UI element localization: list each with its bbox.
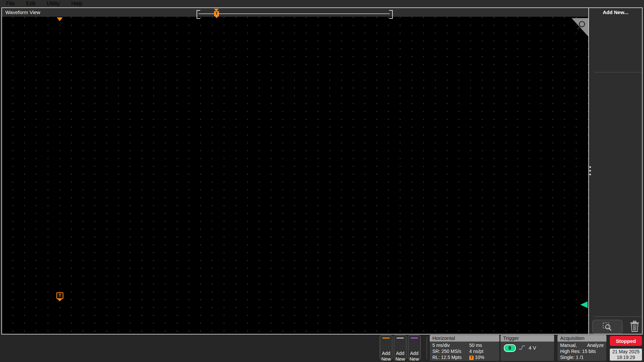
waveform-view-title: Waveform View [5, 9, 40, 15]
time-value: 18:19:29 [610, 355, 642, 360]
panel-right-border [642, 7, 643, 335]
waveform-view-header [2, 8, 588, 17]
trigger-time-marker-icon[interactable] [57, 17, 63, 21]
menu-item-file[interactable]: File [6, 1, 15, 7]
trigger-slope-icon [519, 345, 525, 351]
run-stop-status-button[interactable]: Stopped [610, 336, 642, 346]
corner-zoom-icon[interactable] [570, 18, 588, 38]
trigger-level-arrow-icon[interactable] [580, 301, 588, 308]
add-new-math-button[interactable]: Add New Math [380, 335, 392, 360]
menu-bar: FileEditUtilityHelp [0, 0, 644, 7]
ref-color-line [396, 338, 404, 339]
bus-color-line [411, 338, 418, 339]
menu-item-utility[interactable]: Utility [47, 1, 60, 7]
trigger-source-pin-icon[interactable]: T [56, 292, 63, 299]
trigger-panel-title: Trigger [500, 335, 554, 342]
acquisition-panel[interactable]: Acquisition Manual, Analyze High Res: 15… [557, 335, 606, 361]
horizontal-position-left-bracket-icon[interactable] [197, 10, 200, 19]
horizontal-scale: 5 ms/div [432, 343, 450, 348]
trigger-level-value: 4 V [529, 345, 536, 351]
trigger-source-badge: 8 [504, 344, 516, 352]
menu-item-help[interactable]: Help [71, 1, 82, 7]
zoom-select-button[interactable] [592, 320, 623, 334]
trigger-mini-icon: T [469, 356, 474, 360]
trash-button[interactable] [628, 320, 641, 333]
math-color-line [382, 338, 390, 339]
add-new-bus-label: Add New Bus [410, 351, 419, 362]
horizontal-panel[interactable]: Horizontal 5 ms/div 50 ms SR: 250 MS/s 4… [430, 335, 499, 361]
trigger-source-pin-tail-icon [57, 299, 62, 301]
right-panel [589, 8, 642, 334]
horizontal-trigger-pct: 10% [475, 355, 484, 360]
horizontal-record-length: RL: 12.5 Mpts [432, 355, 462, 360]
date-value: 21 May 2025 [610, 349, 642, 355]
add-new-ref-label: Add New Ref [395, 351, 405, 362]
horizontal-position-right-bracket-icon[interactable] [389, 10, 393, 19]
panel-resize-handle-dot[interactable] [589, 174, 591, 175]
menu-item-edit[interactable]: Edit [26, 1, 36, 7]
acquisition-analyze: Analyze [587, 343, 604, 348]
add-new-math-label: Add New Math [381, 351, 391, 362]
acquisition-panel-title: Acquisition [557, 335, 606, 342]
horizontal-trigger-position: T10% [469, 355, 484, 360]
add-new-bus-button[interactable]: Add New Bus [408, 335, 421, 360]
trash-icon [630, 321, 640, 332]
right-panel-separator [594, 72, 641, 72]
add-new-title: Add New... [589, 9, 642, 15]
trigger-position-pin-tail-icon [215, 16, 219, 18]
acquisition-resolution: High Res: 15 bits [560, 349, 596, 354]
waveform-canvas [2, 17, 588, 334]
horizontal-panel-title: Horizontal [430, 335, 499, 342]
trigger-panel[interactable]: Trigger 8 4 V [500, 335, 554, 361]
acquisition-single-count: Single: 1 /1 [560, 355, 584, 360]
zoom-select-icon [602, 322, 612, 331]
bottom-bar-separator [427, 337, 427, 359]
horizontal-sample-rate: SR: 250 MS/s [432, 349, 461, 354]
horizontal-resolution: 4 ns/pt [469, 349, 483, 354]
trigger-position-pin-icon[interactable]: T [214, 11, 219, 16]
add-new-ref-button[interactable]: Add New Ref [394, 335, 407, 360]
horizontal-span: 50 ms [469, 343, 482, 348]
horizontal-position-bar[interactable] [199, 13, 390, 14]
acquisition-mode: Manual, [560, 343, 577, 348]
panel-resize-handle-dot[interactable] [589, 170, 591, 172]
right-panel-separator [594, 316, 641, 317]
datetime-display: 21 May 2025 18:19:29 [610, 349, 642, 361]
panel-resize-handle-dot[interactable] [589, 166, 591, 168]
